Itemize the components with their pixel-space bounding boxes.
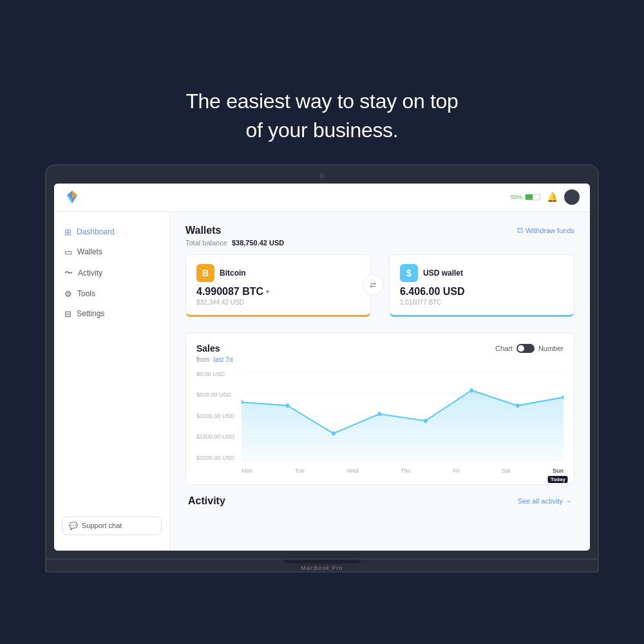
see-all-activity-link[interactable]: See all activity →	[518, 497, 572, 505]
bitcoin-icon: B	[196, 264, 214, 282]
balance-label: Total balance	[185, 239, 227, 247]
period-selector[interactable]: last 7d	[214, 356, 232, 363]
x-label-tue: Tue	[295, 468, 305, 474]
sales-title: Sales	[196, 343, 220, 354]
x-label-sun: Sun Today	[553, 468, 564, 474]
y-label-1: $1500.00 USD	[196, 433, 242, 440]
wallet-cards: B Bitcoin 4.990087 BTC ▾ $32,344.42 USD …	[185, 254, 574, 317]
chart-area	[242, 371, 564, 461]
bitcoin-amount: 4.990087 BTC ▾	[196, 286, 360, 298]
logo-icon	[64, 189, 80, 205]
usd-icon: $	[400, 264, 418, 282]
wallets-section: Wallets ⊡ Withdraw funds Total balance $…	[185, 225, 574, 317]
sidebar-label-tools: Tools	[77, 289, 95, 298]
battery-pct: 50%	[511, 194, 522, 200]
y-label-0: $2000.00 USD	[196, 455, 242, 461]
battery-indicator: 50%	[511, 194, 540, 200]
x-label-wed: Wed	[346, 468, 358, 474]
bitcoin-card: B Bitcoin 4.990087 BTC ▾ $32,344.42 USD …	[185, 254, 371, 317]
support-chat-button[interactable]: 💬 Support chat	[62, 516, 162, 535]
bitcoin-dropdown-icon[interactable]: ▾	[266, 289, 269, 295]
withdraw-button[interactable]: ⊡ Withdraw funds	[517, 226, 574, 234]
today-badge: Today	[548, 476, 568, 483]
x-label-thu: Thu	[401, 468, 411, 474]
chart-x-labels: Mon Tue Wed Thu Fri Sat Sun Today	[242, 468, 564, 474]
sidebar-item-settings[interactable]: ⊟ Settings	[54, 304, 169, 324]
wallets-header: Wallets ⊡ Withdraw funds	[185, 225, 574, 236]
bitcoin-amount-value: 4.990087 BTC	[196, 286, 263, 298]
settings-icon: ⊟	[64, 309, 71, 319]
top-bar: 50% 🔔	[54, 184, 590, 212]
activity-bar: Activity See all activity →	[185, 495, 574, 507]
balance-value: $38,750.42 USD	[232, 239, 284, 247]
top-bar-right: 50% 🔔	[511, 189, 580, 205]
number-label: Number	[538, 345, 564, 352]
y-label-2: $1000.00 USD	[196, 413, 242, 419]
bell-icon[interactable]: 🔔	[547, 192, 558, 202]
sidebar-label-settings: Settings	[77, 309, 104, 318]
macbook-label: MacBook Pro	[301, 565, 343, 571]
sidebar-item-activity[interactable]: 〜 Activity	[54, 262, 169, 284]
chart-y-labels: $2000.00 USD $1500.00 USD $1000.00 USD $…	[196, 371, 242, 461]
chart-svg	[242, 371, 564, 461]
sidebar-label-activity: Activity	[78, 269, 102, 278]
svg-point-12	[424, 419, 427, 422]
bitcoin-card-header: B Bitcoin	[196, 264, 360, 282]
svg-point-13	[469, 388, 473, 392]
chart-container: $2000.00 USD $1500.00 USD $1000.00 USD $…	[196, 371, 564, 474]
user-avatar[interactable]	[564, 189, 580, 205]
app-logo	[64, 189, 80, 205]
withdraw-icon: ⊡	[517, 226, 523, 234]
svg-point-10	[332, 431, 335, 435]
hero-section: The easiest way to stay on top of your b…	[185, 42, 458, 145]
y-label-4: $0.00 USD	[196, 371, 242, 377]
usd-card: $ USD wallet 6.406.00 USD 1.016077 BTC	[389, 254, 574, 317]
swap-icon[interactable]: ⇄	[363, 274, 383, 295]
toggle-switch[interactable]	[516, 344, 535, 353]
tools-icon: ⚙	[64, 289, 72, 299]
hero-line1: The easiest way to stay on top	[185, 90, 458, 113]
battery-bar	[525, 194, 540, 200]
usd-name: USD wallet	[423, 269, 463, 278]
activity-icon: 〜	[64, 267, 73, 279]
main-content: Wallets ⊡ Withdraw funds Total balance $…	[170, 212, 590, 551]
usd-card-header: $ USD wallet	[400, 264, 564, 282]
bitcoin-usd: $32,344.42 USD	[196, 299, 360, 306]
sales-section: Sales Chart Number from last 7d	[185, 332, 574, 485]
y-label-3: $500.00 USD	[196, 392, 242, 398]
sidebar-item-tools[interactable]: ⚙ Tools	[54, 284, 169, 304]
macbook-notch	[283, 560, 361, 564]
chart-label: Chart	[495, 345, 513, 352]
macbook-display: 50% 🔔 ⊞ Dashboard	[54, 184, 590, 551]
sidebar-item-wallets[interactable]: ▭ Wallets	[54, 242, 169, 262]
sales-header: Sales Chart Number	[196, 343, 564, 354]
app-layout: ⊞ Dashboard ▭ Wallets 〜 Activity ⚙	[54, 212, 590, 551]
macbook-camera	[319, 173, 325, 178]
sidebar-label-dashboard: Dashboard	[77, 227, 115, 236]
hero-text: The easiest way to stay on top of your b…	[185, 87, 458, 145]
svg-point-11	[378, 412, 381, 415]
withdraw-label: Withdraw funds	[526, 227, 574, 234]
bitcoin-name: Bitcoin	[220, 269, 246, 278]
battery-fill	[526, 194, 533, 200]
usd-amount-value: 6.406.00 USD	[400, 286, 465, 298]
from-text: from	[196, 356, 209, 363]
sidebar-item-dashboard[interactable]: ⊞ Dashboard	[54, 222, 169, 242]
x-label-mon: Mon	[242, 468, 253, 474]
macbook-base: MacBook Pro	[45, 560, 599, 573]
svg-point-9	[286, 403, 289, 407]
macbook-container: 50% 🔔 ⊞ Dashboard	[45, 164, 599, 573]
activity-title: Activity	[188, 495, 225, 507]
svg-point-14	[516, 403, 519, 407]
x-label-sat: Sat	[502, 468, 511, 474]
sidebar: ⊞ Dashboard ▭ Wallets 〜 Activity ⚙	[54, 212, 170, 551]
wallet-icon: ▭	[64, 247, 72, 257]
chat-icon: 💬	[69, 522, 78, 530]
from-label: from last 7d	[196, 356, 564, 363]
usd-btc-value: 1.016077 BTC	[400, 299, 564, 306]
sidebar-label-wallets: Wallets	[77, 247, 102, 256]
hero-line2: of your business.	[246, 118, 399, 142]
x-label-fri: Fri	[453, 468, 460, 474]
support-chat-label: Support chat	[82, 522, 122, 529]
total-balance: Total balance $38,750.42 USD	[185, 239, 574, 247]
